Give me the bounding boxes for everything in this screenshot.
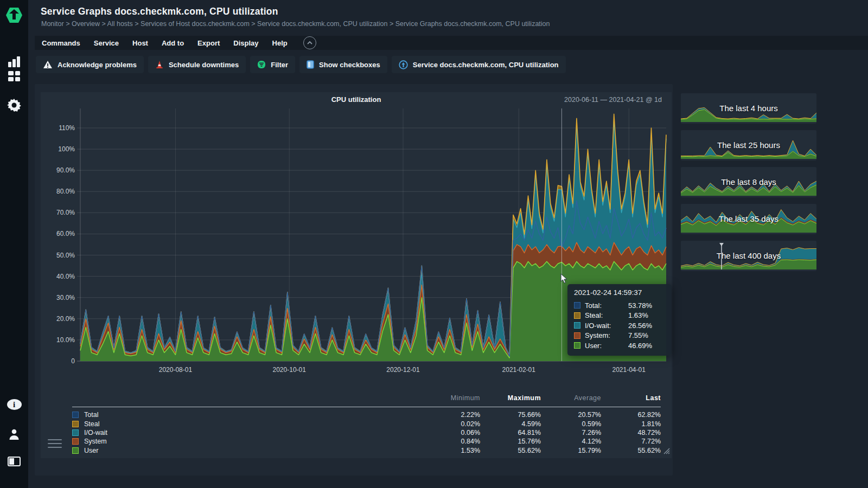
total-swatch — [72, 412, 79, 418]
tooltip-label: I/O-wait: — [585, 322, 624, 330]
svg-text:10.0%: 10.0% — [56, 336, 75, 344]
svg-text:50.0%: 50.0% — [56, 252, 75, 259]
svg-text:2020-10-01: 2020-10-01 — [273, 366, 307, 374]
main-sidebar: i — [0, 0, 28, 488]
system-swatch — [574, 332, 580, 339]
tooltip-label: User: — [585, 342, 624, 350]
legend-row-iowait: I/O-wait 0.06%64.81% 7.26%48.72% — [72, 428, 661, 437]
thumbnail-the-last-35-days[interactable]: The last 35 days — [681, 204, 816, 234]
thumbnail-label: The last 4 hours — [681, 104, 816, 113]
tooltip-label: Total: — [585, 301, 624, 310]
system-swatch — [72, 438, 79, 445]
iowait-swatch — [72, 429, 79, 436]
thumbnail-label: The last 35 days — [681, 214, 816, 223]
legend-table-header: Minimum Maximum Average Last — [72, 391, 661, 404]
legend-table: Minimum Maximum Average Last Total 2.22%… — [72, 391, 661, 455]
thumbnail-the-last-4-hours[interactable]: The last 4 hours — [681, 93, 816, 124]
total-swatch — [574, 302, 580, 309]
user-icon[interactable] — [0, 428, 28, 440]
legend-row-user: User 1.53%55.62% 15.79%55.62% — [72, 446, 661, 455]
series-name: System — [84, 438, 107, 445]
chart-tooltip: 2021-02-24 14:59:37 Total: 53.78% Steal:… — [567, 284, 672, 356]
sidebar-toggle-icon[interactable] — [0, 457, 28, 466]
menu-item-display[interactable]: Display — [233, 39, 258, 47]
thumbnail-label: The last 8 days — [681, 177, 816, 187]
monitor-icon[interactable] — [0, 55, 28, 68]
legend-row-total: Total 2.22%75.66% 20.57%62.82% — [72, 410, 661, 419]
col-last: Last — [601, 394, 661, 402]
svg-text:2020-08-01: 2020-08-01 — [159, 366, 193, 374]
action-button-acknowledge-problems[interactable]: Acknowledge problems — [36, 56, 144, 73]
info-icon[interactable]: i — [0, 399, 28, 410]
tooltip-value: 53.78% — [628, 301, 652, 310]
svg-text:60.0%: 60.0% — [56, 230, 75, 237]
col-maximum: Maximum — [480, 394, 541, 402]
steal-swatch — [72, 421, 79, 427]
tooltip-value: 26.56% — [628, 322, 652, 330]
svg-text:110%: 110% — [59, 124, 75, 132]
thumbnail-label: The last 400 days — [681, 251, 816, 260]
action-button-label: Service docs.checkmk.com, CPU utilizatio… — [413, 61, 559, 69]
checkbox-icon — [307, 60, 314, 69]
action-button-show-checkboxes[interactable]: Show checkboxes — [299, 56, 387, 73]
svg-text:2020-12-01: 2020-12-01 — [386, 366, 420, 374]
tooltip-value: 46.69% — [628, 342, 652, 350]
tooltip-value: 7.55% — [628, 331, 648, 339]
graph-container-panel: CPU utilization 2020-06-11 — 2021-04-21 … — [35, 84, 673, 476]
legend-menu-icon[interactable] — [48, 439, 62, 451]
tooltip-label: System: — [585, 331, 624, 339]
filter-icon — [257, 60, 266, 69]
info-circle-icon — [399, 60, 408, 69]
col-minimum: Minimum — [419, 394, 480, 402]
menu-item-export[interactable]: Export — [197, 39, 220, 47]
menu-item-commands[interactable]: Commands — [42, 39, 80, 47]
menu-item-help[interactable]: Help — [272, 39, 288, 47]
svg-text:2021-02-01: 2021-02-01 — [502, 366, 536, 374]
tooltip-row-user: User: 46.69% — [574, 341, 665, 351]
tooltip-row-steal: Steal: 1.63% — [574, 311, 665, 321]
user-swatch — [72, 447, 79, 454]
thumbnail-the-last-8-days[interactable]: The last 8 days — [681, 167, 816, 197]
menu-bar: CommandsServiceHostAdd toExportDisplayHe… — [35, 36, 868, 50]
user-swatch — [574, 342, 580, 349]
warning-icon — [43, 60, 53, 69]
series-name: Steal — [84, 420, 100, 428]
tooltip-label: Steal: — [585, 311, 624, 319]
svg-text:70.0%: 70.0% — [56, 209, 75, 216]
series-name: I/O-wait — [84, 429, 107, 436]
thumbnail-the-last-400-days[interactable]: The last 400 days — [681, 241, 816, 271]
series-name: User — [84, 447, 98, 454]
svg-text:20.0%: 20.0% — [56, 315, 75, 323]
steal-swatch — [574, 312, 580, 319]
menu-item-service[interactable]: Service — [94, 39, 119, 47]
thumbnail-the-last-25-hours[interactable]: The last 25 hours — [681, 130, 816, 160]
svg-text:2021-04-01: 2021-04-01 — [612, 366, 646, 374]
resize-grip-icon[interactable] — [662, 446, 670, 457]
menu-item-host[interactable]: Host — [132, 39, 148, 47]
checkmk-logo[interactable] — [0, 5, 28, 25]
svg-text:100%: 100% — [58, 145, 75, 153]
svg-text:80.0%: 80.0% — [56, 188, 75, 195]
page-title: Service Graphs docs.checkmk.com, CPU uti… — [41, 6, 278, 17]
legend-row-steal: Steal 0.02%4.59% 0.59%1.81% — [72, 419, 661, 428]
col-average: Average — [541, 394, 601, 402]
svg-text:40.0%: 40.0% — [56, 273, 75, 280]
action-button-service-docs-checkmk-com[interactable]: Service docs.checkmk.com, CPU utilizatio… — [392, 56, 566, 73]
menu-collapse-chevron-icon[interactable] — [303, 36, 316, 49]
menu-item-add-to[interactable]: Add to — [162, 39, 184, 47]
legend-row-system: System 0.84%15.76% 4.12%7.72% — [72, 437, 661, 446]
legend-table-separator — [72, 407, 661, 407]
svg-text:30.0%: 30.0% — [56, 294, 75, 301]
action-button-filter[interactable]: Filter — [250, 56, 295, 73]
cone-icon — [155, 60, 164, 69]
action-button-label: Filter — [271, 61, 288, 69]
action-button-row: Acknowledge problemsSchedule downtimesFi… — [36, 56, 566, 73]
thumbnail-label: The last 25 hours — [681, 140, 816, 150]
breadcrumb[interactable]: Monitor > Overview > All hosts > Service… — [41, 20, 550, 28]
customize-grid-icon[interactable] — [0, 69, 28, 82]
tooltip-row-total: Total: 53.78% — [574, 300, 665, 311]
tooltip-row-system: System: 7.55% — [574, 331, 665, 341]
svg-text:90.0%: 90.0% — [56, 166, 75, 174]
setup-gear-icon[interactable] — [0, 98, 28, 113]
action-button-schedule-downtimes[interactable]: Schedule downtimes — [148, 56, 246, 73]
